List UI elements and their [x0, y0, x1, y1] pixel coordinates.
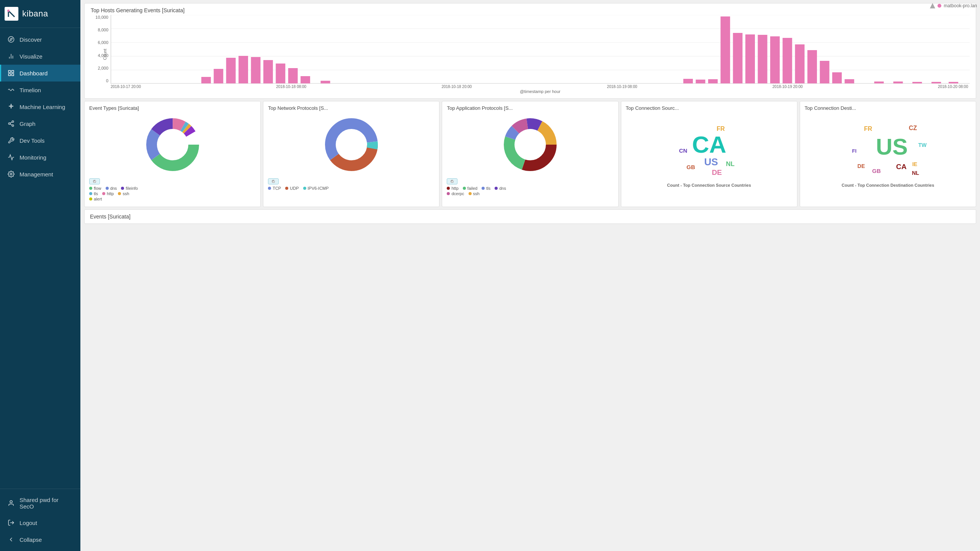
svg-point-62 — [162, 134, 183, 155]
svg-rect-51 — [893, 82, 903, 83]
sidebar-item-ml[interactable]: Machine Learning — [0, 98, 80, 115]
sidebar-monitoring-label: Monitoring — [20, 154, 46, 161]
svg-text:FR: FR — [717, 126, 725, 132]
svg-rect-54 — [949, 82, 958, 83]
source-countries-subtitle: Count - Top Connection Source Countries — [626, 183, 792, 187]
sidebar-discover-label: Discover — [20, 36, 42, 43]
svg-rect-34 — [301, 76, 310, 83]
sidebar-item-timelion[interactable]: Timelion — [0, 82, 80, 98]
svg-rect-45 — [795, 44, 805, 83]
sidebar-item-logout[interactable]: Logout — [0, 514, 80, 531]
svg-rect-47 — [820, 61, 830, 83]
event-types-title: Event Types [Suricata] — [89, 105, 256, 111]
dest-countries-title: Top Connection Desti... — [805, 105, 971, 111]
sidebar-item-management[interactable]: Management — [0, 166, 80, 183]
source-countries-title: Top Connection Sourc... — [626, 105, 792, 111]
sidebar-navigation: Discover Visualize Dashboard — [0, 28, 80, 489]
svg-text:US: US — [876, 134, 908, 160]
svg-marker-18 — [930, 3, 935, 8]
top-hosts-panel: Top Hosts Generating Events [Suricata] m… — [84, 3, 976, 99]
source-countries-wordcloud: CA FR CN US NL GB DE — [626, 112, 792, 181]
sidebar-item-collapse[interactable]: Collapse — [0, 531, 80, 548]
kibana-logo-icon — [5, 7, 18, 21]
chart-area: Count — [111, 15, 970, 94]
svg-point-1 — [8, 37, 14, 42]
sidebar-item-monitoring[interactable]: Monitoring — [0, 149, 80, 166]
svg-text:CZ: CZ — [909, 125, 917, 131]
svg-line-14 — [10, 122, 12, 123]
svg-text:DE: DE — [712, 168, 722, 176]
svg-rect-44 — [782, 38, 792, 83]
compass-icon — [7, 36, 15, 43]
sidebar-user-label: Shared pwd for SecO — [20, 497, 74, 510]
sidebar-item-user[interactable]: Shared pwd for SecO — [0, 492, 80, 514]
sidebar-item-dashboard[interactable]: Dashboard — [0, 65, 80, 82]
network-protocols-donut — [268, 114, 434, 175]
svg-rect-7 — [12, 70, 14, 72]
dest-countries-wordcloud: US FR CZ FI TW DE CA IE GB NL — [805, 112, 971, 181]
bar-chart-svg — [111, 15, 970, 84]
dest-countries-subtitle: Count - Top Connection Destination Count… — [805, 183, 971, 187]
svg-rect-42 — [758, 35, 767, 83]
y-axis: 10,000 8,000 6,000 4,000 2,000 0 — [91, 15, 111, 84]
svg-rect-31 — [263, 60, 273, 83]
svg-rect-28 — [226, 58, 236, 83]
sidebar-collapse-label: Collapse — [20, 536, 42, 543]
kibana-logo-text: kibana — [22, 9, 48, 19]
sidebar-item-graph[interactable]: Graph — [0, 115, 80, 132]
sidebar-ml-label: Machine Learning — [20, 104, 65, 110]
top-hosts-title: Top Hosts Generating Events [Suricata] — [91, 7, 970, 13]
svg-text:GB: GB — [872, 168, 881, 174]
event-types-donut — [89, 114, 256, 175]
svg-text:FR: FR — [864, 126, 872, 132]
sidebar-item-discover[interactable]: Discover — [0, 31, 80, 48]
app-protocols-title: Top Application Protocols [S... — [447, 105, 613, 111]
source-countries-panel: Top Connection Sourc... CA FR CN US NL G… — [621, 101, 797, 207]
x-axis-labels: 2018-10-17 20:00 2018-10-18 08:00 2018-1… — [111, 85, 970, 89]
network-protocols-legend: TCP UDP IPV6-ICMP — [268, 178, 434, 191]
filter-badge-net — [268, 178, 279, 184]
sidebar-visualize-label: Visualize — [20, 53, 42, 60]
svg-text:CA: CA — [692, 131, 726, 158]
sidebar-logout-label: Logout — [20, 520, 37, 526]
svg-text:CA: CA — [896, 163, 907, 171]
svg-point-67 — [341, 134, 362, 155]
svg-point-11 — [8, 123, 10, 125]
legend-label: matbook-pro.lan — [944, 3, 977, 8]
app-protocols-panel: Top Application Protocols [S... — [442, 101, 618, 207]
network-protocols-title: Top Network Protocols [S... — [268, 105, 434, 111]
sidebar-item-devtools[interactable]: Dev Tools — [0, 132, 80, 149]
svg-rect-41 — [745, 34, 755, 83]
dest-countries-panel: Top Connection Desti... US FR CZ FI TW D… — [800, 101, 976, 207]
svg-rect-52 — [912, 82, 922, 83]
svg-rect-53 — [931, 82, 941, 83]
share-icon — [7, 120, 15, 127]
svg-rect-33 — [288, 68, 298, 83]
x-axis-title: @timestamp per hour — [111, 89, 970, 94]
y-axis-label: Count — [103, 49, 107, 60]
svg-point-0 — [7, 10, 10, 12]
svg-text:DE: DE — [858, 163, 865, 169]
svg-rect-32 — [276, 64, 285, 83]
svg-rect-39 — [720, 16, 730, 83]
panels-row: Event Types [Suricata] — [84, 101, 976, 207]
sparkle-icon — [7, 103, 15, 111]
heartbeat-icon — [7, 153, 15, 161]
sidebar-bottom: Shared pwd for SecO Logout Collapse — [0, 489, 80, 551]
sidebar-dashboard-label: Dashboard — [20, 70, 47, 77]
svg-text:NL: NL — [726, 160, 735, 168]
svg-rect-26 — [201, 77, 211, 83]
svg-point-16 — [10, 500, 12, 503]
logout-icon — [7, 519, 15, 527]
legend-dot — [938, 4, 941, 8]
sidebar-item-visualize[interactable]: Visualize — [0, 48, 80, 65]
wrench-icon — [7, 137, 15, 144]
event-types-panel: Event Types [Suricata] — [84, 101, 261, 207]
svg-text:FI: FI — [852, 148, 857, 154]
main-content: Top Hosts Generating Events [Suricata] m… — [80, 0, 980, 551]
sidebar-management-label: Management — [20, 171, 53, 178]
svg-text:IE: IE — [912, 161, 917, 167]
svg-rect-50 — [874, 82, 884, 83]
svg-rect-8 — [8, 74, 10, 76]
svg-text:CN: CN — [679, 147, 687, 154]
